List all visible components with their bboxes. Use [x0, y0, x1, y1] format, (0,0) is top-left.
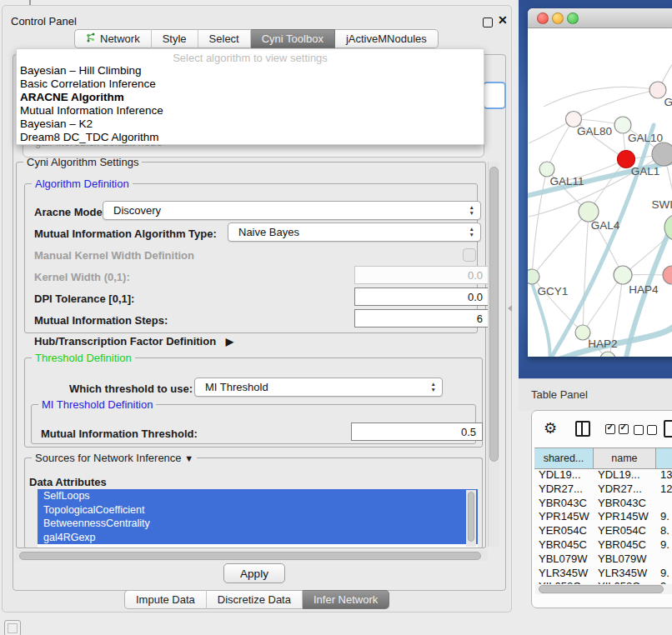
network-edge[interactable]: [583, 275, 623, 332]
network-edge[interactable]: [583, 212, 589, 332]
tab-jactivemnodules[interactable]: jActiveMNodules: [335, 29, 439, 48]
column-header[interactable]: shared...: [534, 448, 594, 468]
network-node[interactable]: [614, 117, 631, 133]
table-row[interactable]: YBR045CYBR045C9.: [534, 538, 672, 552]
split-columns-icon[interactable]: [575, 421, 590, 437]
gear-icon[interactable]: ⚙: [544, 419, 557, 438]
mi-steps-label: Mutual Information Steps:: [34, 314, 168, 327]
table-panel-title: Table Panel: [531, 388, 588, 401]
deselect-all-columns-icon[interactable]: [634, 425, 657, 435]
network-edge[interactable]: [623, 228, 672, 275]
tab-label: Style: [163, 32, 187, 45]
network-edge[interactable]: [544, 87, 658, 107]
table-cell: 13: [656, 468, 672, 482]
mi-steps-field[interactable]: 6: [354, 309, 489, 328]
dpi-tolerance-value: 0.0: [468, 291, 483, 303]
apply-button[interactable]: Apply: [223, 563, 285, 583]
table-cell: YBR045C: [534, 538, 594, 552]
kernel-width-field[interactable]: 0.0: [354, 266, 489, 284]
algorithm-option[interactable]: ARACNE Algorithm: [17, 91, 484, 104]
network-node[interactable]: [652, 142, 672, 166]
algorithm-option[interactable]: Bayesian – K2: [17, 118, 484, 131]
network-node[interactable]: [663, 266, 672, 284]
network-window: GALGAL80GAL10GAL1GAL11SWI4GAL4GCY1HAP4YH…: [528, 8, 672, 357]
table-horizontal-scrollbar[interactable]: [535, 584, 672, 594]
table-cell: YLR345W: [534, 567, 594, 581]
table-row[interactable]: YER054CYER054C8.: [534, 524, 672, 538]
tab-style[interactable]: Style: [152, 29, 198, 48]
vertical-scrollbar[interactable]: [488, 162, 499, 547]
network-node[interactable]: [614, 266, 632, 284]
column-header[interactable]: name: [594, 448, 656, 468]
panel-divider-handle[interactable]: [508, 305, 512, 312]
algorithm-option[interactable]: Mutual Information Inference: [17, 104, 484, 118]
data-attribute-item[interactable]: SelfLoops: [38, 489, 478, 503]
column-header[interactable]: A: [656, 448, 672, 468]
network-edge[interactable]: [532, 212, 589, 277]
close-traffic-light[interactable]: [537, 12, 549, 24]
tab-impute-data[interactable]: Impute Data: [124, 590, 207, 609]
aracne-mode-combo[interactable]: Discovery ▲▼: [103, 201, 481, 220]
tab-infer-network[interactable]: Infer Network: [303, 590, 389, 609]
table-row[interactable]: YLR345WYLR345W9.: [534, 567, 672, 581]
network-icon: [86, 32, 96, 45]
node-label: HAP2: [588, 338, 617, 350]
data-attribute-item[interactable]: BetweennessCentrality: [38, 517, 478, 531]
network-canvas[interactable]: GALGAL80GAL10GAL1GAL11SWI4GAL4GCY1HAP4YH…: [528, 28, 672, 357]
network-node[interactable]: [600, 352, 615, 357]
data-attribute-item[interactable]: TopologicalCoefficient: [38, 503, 478, 518]
horizontal-scrollbar[interactable]: [16, 550, 488, 561]
mi-type-combo[interactable]: Naive Bayes ▲▼: [228, 222, 481, 242]
group-title: Algorithm Definition: [32, 178, 133, 190]
table-header-row: shared...nameA: [534, 448, 672, 469]
network-window-titlebar[interactable]: [528, 8, 672, 28]
list-scrollbar[interactable]: [466, 490, 476, 547]
float-panel-icon[interactable]: [483, 18, 493, 28]
control-panel: Control Panel ✕ NetworkStyleSelectCyni T…: [2, 5, 512, 612]
table-cell: [656, 552, 672, 567]
kernel-width-value: 0.0: [468, 269, 483, 282]
mi-type-value: Naive Bayes: [238, 226, 299, 238]
mi-threshold-field[interactable]: 0.5: [351, 422, 483, 441]
zoom-traffic-light[interactable]: [567, 12, 579, 24]
sources-group-title[interactable]: Sources for Network Inference ▼: [32, 452, 197, 464]
tab-label: Impute Data: [136, 593, 195, 606]
tab-select[interactable]: Select: [198, 29, 251, 48]
minimize-traffic-light[interactable]: [552, 12, 564, 24]
dpi-tolerance-field[interactable]: 0.0: [354, 288, 489, 306]
manual-kernel-checkbox[interactable]: [463, 248, 476, 262]
data-attributes-list[interactable]: SelfLoopsTopologicalCoefficientBetweenne…: [38, 489, 478, 548]
apply-button-label: Apply: [240, 568, 268, 580]
data-attribute-item[interactable]: gal4RGexp: [38, 531, 478, 545]
tab-network[interactable]: Network: [74, 29, 152, 48]
tab-discretize-data[interactable]: Discretize Data: [207, 590, 303, 609]
network-graph: GALGAL80GAL10GAL1GAL11SWI4GAL4GCY1HAP4YH…: [528, 28, 672, 357]
table-row[interactable]: YDL19...YDL19...13: [534, 468, 672, 482]
which-threshold-combo[interactable]: MI Threshold ▲▼: [194, 378, 443, 397]
hub-definition-toggle[interactable]: Hub/Transcription Factor Definition ▶: [34, 335, 233, 348]
bottom-tab-bar: Impute DataDiscretize DataInfer Network: [124, 590, 389, 609]
close-icon[interactable]: ✕: [498, 13, 508, 27]
algorithm-option[interactable]: Dream8 DC_TDC Algorithm: [17, 131, 484, 144]
select-all-columns-icon[interactable]: [605, 424, 629, 434]
table-row[interactable]: YDR27...YDR27...12: [534, 482, 672, 497]
tab-label: Select: [209, 32, 239, 45]
table-row[interactable]: YPR145WYPR145W9.: [534, 510, 672, 524]
network-node[interactable]: [528, 269, 539, 284]
table-cell: [656, 497, 672, 511]
restore-panel-icon[interactable]: [4, 620, 21, 635]
table-row[interactable]: YBR043CYBR043C: [534, 497, 672, 511]
algorithm-option[interactable]: Basic Correlation Inference: [17, 78, 484, 91]
algorithm-option[interactable]: Bayesian – Hill Climbing: [17, 64, 484, 78]
new-table-icon[interactable]: [664, 420, 672, 438]
table-cell: YDR27...: [594, 482, 656, 497]
group-title: MI Threshold Definition: [38, 398, 156, 411]
algorithm-combo-fragment[interactable]: [483, 82, 506, 109]
table-row[interactable]: YBL079WYBL079W: [534, 552, 672, 567]
tab-label: Network: [100, 32, 140, 45]
tab-cyni-toolbox[interactable]: Cyni Toolbox: [251, 29, 335, 48]
tab-label: Infer Network: [313, 593, 378, 606]
panel-title: Control Panel: [11, 15, 77, 28]
node-label: GAL11: [549, 175, 584, 188]
network-edge[interactable]: [574, 90, 658, 119]
